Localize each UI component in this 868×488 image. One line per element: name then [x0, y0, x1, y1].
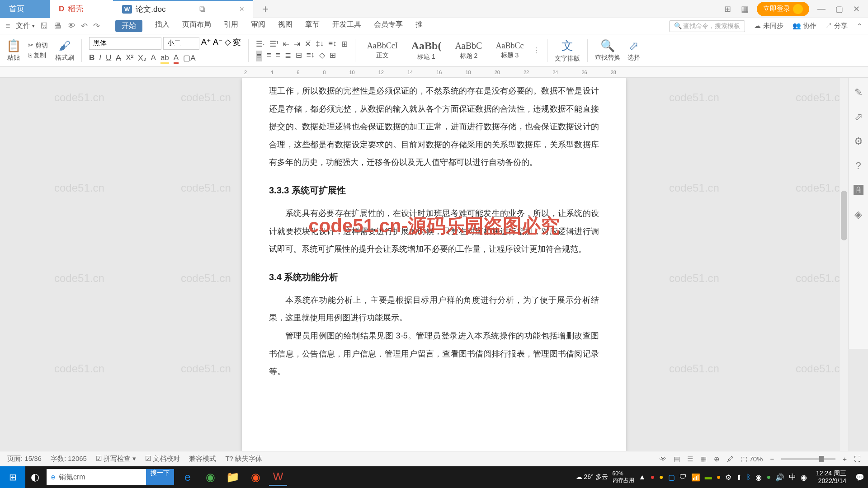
login-button[interactable]: 立即登录 [757, 2, 809, 16]
tray-icon[interactable]: 🛡 [679, 473, 687, 481]
redo-icon[interactable]: ↷ [93, 21, 100, 31]
heading-333[interactable]: 3.3.3 系统可扩展性 [269, 184, 599, 197]
numbering-button[interactable]: ☰¹ [269, 39, 279, 49]
ribbon-tab-pagelayout[interactable]: 页面布局 [182, 20, 211, 32]
font-shrink-icon[interactable]: A⁻ [213, 37, 223, 50]
page-indicator[interactable]: 页面: 15/36 [7, 455, 42, 463]
select-icon[interactable]: ⬀ [854, 111, 863, 123]
columns-button[interactable]: ≡↕ [307, 51, 315, 61]
volume-icon[interactable]: 🔊 [775, 473, 784, 482]
memory-widget[interactable]: 60%内存占用 [613, 470, 634, 484]
spell-check-button[interactable]: ☑ 拼写检查 ▾ [96, 455, 136, 463]
text-effect-button[interactable]: A [151, 53, 156, 64]
scroll-thumb[interactable] [841, 191, 847, 240]
ribbon-tab-reference[interactable]: 引用 [224, 20, 238, 32]
location-icon[interactable]: ◈ [854, 209, 862, 221]
styles-gallery[interactable]: AaBbCcI 正文 AaBb( 标题 1 AaBbC 标题 2 AaBbCc … [363, 39, 540, 62]
tab-docke[interactable]: D 稻壳 [50, 0, 113, 18]
clear-format-icon[interactable]: ◇ [225, 37, 231, 50]
style-h3[interactable]: AaBbCc 标题 3 [491, 40, 528, 61]
align-right-button[interactable]: ≡ [276, 51, 280, 61]
menu-icon[interactable]: ≡ [5, 21, 10, 31]
paragraph[interactable]: 理工作，所以数据的完整性是必须保证的，不然系统的存在是没有必要的。数据不管是设计… [269, 82, 599, 172]
tray-icon[interactable]: ◉ [801, 473, 807, 482]
align-justify-button[interactable]: ≣ [285, 51, 291, 61]
word-count[interactable]: 字数: 12065 [51, 455, 87, 463]
clock[interactable]: 12:24 周三 2022/9/14 [811, 469, 851, 485]
edge-icon[interactable]: e [179, 468, 197, 486]
style-h1[interactable]: AaBb( 标题 1 [407, 39, 446, 62]
find-replace-button[interactable]: 🔍 查找替换 [595, 39, 620, 62]
view-web-icon[interactable]: ▦ [700, 455, 707, 463]
explorer-icon[interactable]: 📁 [224, 468, 242, 486]
style-h2[interactable]: AaBbC 标题 2 [450, 40, 486, 61]
file-menu[interactable]: 文件 ▾ [16, 21, 35, 31]
compat-mode[interactable]: 兼容模式 [189, 455, 216, 463]
ribbon-tab-member[interactable]: 会员专享 [374, 20, 403, 32]
show-marks-button[interactable]: ‡↓ [316, 39, 324, 49]
tray-icon[interactable]: ▬ [705, 473, 712, 481]
italic-button[interactable]: I [99, 53, 101, 64]
wifi-icon[interactable]: 📶 [691, 473, 700, 482]
zoom-out-button[interactable]: − [770, 455, 774, 463]
ribbon-tab-chapter[interactable]: 章节 [305, 20, 320, 32]
style-body[interactable]: AaBbCcI 正文 [363, 40, 402, 61]
chrome-icon[interactable]: ◉ [201, 468, 219, 486]
font-color-button[interactable]: A [174, 53, 179, 64]
tab-home[interactable]: 首页 [0, 0, 50, 18]
zoom-fit-icon[interactable]: ⬚ 70% [741, 455, 763, 463]
eye-icon[interactable]: 👁 [660, 455, 666, 463]
zoom-in-button[interactable]: + [843, 455, 847, 463]
cortana-icon[interactable]: ◐ [25, 466, 45, 488]
paste-button[interactable]: 📋 粘贴 [6, 39, 21, 62]
translate-icon[interactable]: 🅰 [854, 184, 863, 196]
font-name-select[interactable] [89, 37, 161, 50]
minimize-button[interactable]: — [816, 2, 827, 15]
paragraph[interactable]: 系统具有必要存在扩展性的，在设计时加班思考难可能发生的业务，所以，让系统的设计就… [269, 205, 599, 258]
close-icon[interactable]: × [239, 5, 244, 14]
ribbon-tab-start[interactable]: 开始 [115, 20, 142, 32]
char-shading-button[interactable]: ▢A [183, 53, 195, 64]
taskbar-search[interactable]: e 销氪crm [47, 469, 146, 485]
font-grow-icon[interactable]: A⁺ [201, 37, 211, 50]
close-button[interactable]: ✕ [851, 2, 862, 16]
ribbon-tab-more[interactable]: 推 [415, 20, 423, 32]
search-submit-button[interactable]: 搜一下 [146, 469, 174, 485]
print-icon[interactable]: 🖶 [54, 21, 62, 31]
notifications-icon[interactable]: 💬 [855, 473, 864, 482]
heading-34[interactable]: 3.4 系统功能分析 [269, 271, 599, 283]
settings-icon[interactable]: ⚙ [854, 136, 863, 147]
tray-icon[interactable]: ⬆ [736, 473, 742, 482]
distribute-button[interactable]: ⊟ [296, 51, 302, 61]
wps-icon[interactable]: W [269, 468, 287, 486]
bullets-button[interactable]: ☰· [256, 39, 265, 49]
increase-indent-button[interactable]: ⇥ [294, 39, 300, 49]
ribbon-tab-review[interactable]: 审阅 [251, 20, 265, 32]
ribbon-tab-devtools[interactable]: 开发工具 [332, 20, 361, 32]
ruler-icon[interactable]: 🖊 [727, 455, 734, 463]
maximize-button[interactable]: ▢ [834, 2, 845, 16]
shading-button[interactable]: ◇ [319, 51, 325, 61]
cut-button[interactable]: ✂ 剪切 [28, 42, 48, 50]
font-size-select[interactable] [163, 37, 199, 50]
tab-document[interactable]: W 论文.doc ⧉ × [113, 0, 253, 18]
paragraph[interactable]: 本系统在功能分析上，主要是根据目标用户群的角度进行分析，为了便于展示分析结果，这… [269, 291, 599, 327]
align-left-button[interactable]: ≡ [256, 51, 262, 61]
tab-popout-icon[interactable]: ⧉ [199, 5, 205, 14]
superscript-button[interactable]: X² [126, 53, 133, 64]
format-painter-button[interactable]: 🖌 格式刷 [55, 39, 74, 62]
tray-icon[interactable]: ◉ [755, 473, 762, 482]
tray-icon[interactable]: ▲ [639, 473, 646, 481]
bold-button[interactable]: B [89, 53, 94, 64]
tabs-button[interactable]: ⊞ [330, 51, 336, 61]
help-icon[interactable]: ? [855, 160, 861, 172]
tray-icon[interactable]: ▢ [668, 473, 675, 482]
tray-icon[interactable]: ● [650, 473, 655, 481]
tray-icon[interactable]: ● [717, 473, 721, 481]
bluetooth-icon[interactable]: ᛒ [746, 473, 751, 481]
tray-icon[interactable]: ⚙ [725, 473, 731, 482]
fullscreen-icon[interactable]: ⛶ [854, 455, 861, 463]
search-command-input[interactable]: 🔍 查找命令，搜索模板 [669, 20, 745, 32]
undo-icon[interactable]: ↶ [81, 21, 88, 31]
tray-icon[interactable]: ● [659, 473, 664, 481]
